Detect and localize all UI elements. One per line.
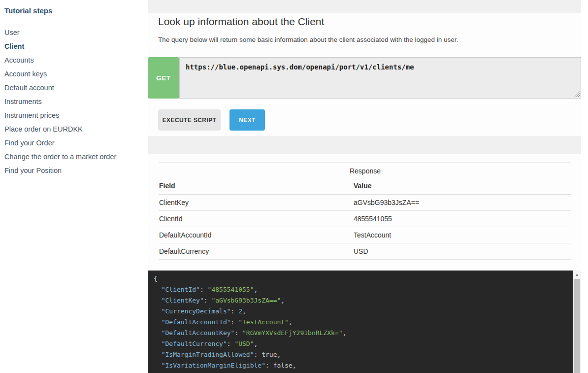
code-line: "ClientId": "4855541055", [154, 284, 573, 295]
response-section: Response Field Value ClientKeyaGVsbG93b3… [159, 162, 571, 260]
field-cell: ClientId [159, 211, 354, 227]
code-line: "IsMarginTradingAllowed": true, [154, 349, 573, 360]
sidebar-item-instruments[interactable]: Instruments [4, 98, 143, 105]
scrollbar-thumb[interactable] [574, 279, 580, 373]
value-cell: USD [354, 243, 571, 260]
field-cell: DefaultAccountId [159, 227, 354, 243]
field-column-header: Field [159, 178, 354, 195]
sidebar-item-client[interactable]: Client [4, 43, 143, 50]
page-title: Look up information about the Client [148, 13, 581, 29]
sidebar-item-user[interactable]: User [4, 29, 143, 36]
code-line: "ClientKey": "aGVsbG93b3JsZA==", [154, 295, 573, 306]
sidebar-item-accounts[interactable]: Accounts [4, 57, 143, 64]
sidebar-title: Tutorial steps [4, 6, 143, 15]
code-scrollbar[interactable]: ▲ [573, 271, 581, 373]
code-line: "DefaultAccountKey": "RGVmYXVsdEFjY291bn… [154, 328, 573, 339]
sidebar-item-find-your-position[interactable]: Find your Position [4, 167, 143, 174]
query-panel: Look up information about the Client The… [148, 13, 581, 136]
code-line: { [154, 273, 573, 284]
table-row: ClientId4855541055 [159, 211, 571, 227]
code-line: "DefaultCurrency": "USD", [154, 339, 573, 349]
sidebar-item-account-keys[interactable]: Account keys [4, 70, 143, 78]
sidebar-item-instrument-prices[interactable]: Instrument prices [4, 112, 143, 119]
field-cell: DefaultCurrency [159, 243, 354, 260]
code-line: "IsVariationMarginEligible": false, [154, 360, 573, 371]
table-header-row: Field Value [159, 178, 571, 195]
response-caption: Response [159, 167, 571, 175]
page-description: The query below will return some basic i… [148, 35, 581, 44]
http-method-badge: GET [148, 57, 179, 99]
next-button[interactable]: NEXT [229, 109, 265, 131]
field-cell: ClientKey [159, 195, 354, 211]
value-cell: aGVsbG93b3JsZA== [354, 195, 571, 211]
response-table-body: ClientKeyaGVsbG93b3JsZA==ClientId4855541… [159, 195, 571, 260]
sidebar-item-change-the-order-to-a-market-order[interactable]: Change the order to a market order [4, 153, 143, 161]
response-table: Field Value ClientKeyaGVsbG93b3JsZA==Cli… [159, 178, 571, 260]
value-cell: TestAccount [354, 227, 571, 243]
sidebar-nav: UserClientAccountsAccount keysDefault ac… [4, 29, 143, 174]
response-panel: Response Field Value ClientKeyaGVsbG93b3… [148, 154, 581, 373]
request-row: GET https://blue.openapi.sys.dom/openapi… [148, 57, 581, 99]
code-line: "LegalAssetTypes": [ [154, 371, 573, 373]
table-row: ClientKeyaGVsbG93b3JsZA== [159, 195, 571, 211]
sidebar-item-default-account[interactable]: Default account [4, 84, 143, 92]
button-row: EXECUTE SCRIPT NEXT [148, 109, 581, 131]
table-row: DefaultAccountIdTestAccount [159, 227, 571, 243]
main-content: Look up information about the Client The… [148, 0, 581, 373]
value-column-header: Value [354, 178, 571, 195]
table-row: DefaultCurrencyUSD [159, 243, 571, 260]
sidebar-item-place-order-on-eurdkk[interactable]: Place order on EURDKK [4, 126, 143, 133]
code-line: "CurrencyDecimals": 2, [154, 306, 573, 317]
sidebar: Tutorial steps UserClientAccountsAccount… [0, 0, 148, 373]
value-cell: 4855541055 [354, 211, 571, 227]
code-line: "DefaultAccountId": "TestAccount", [154, 317, 573, 328]
resize-grip[interactable] [574, 91, 580, 97]
scroll-up-icon[interactable]: ▲ [573, 271, 581, 278]
json-response-block: { "ClientId": "4855541055", "ClientKey":… [148, 271, 581, 373]
sidebar-item-find-your-order[interactable]: Find your Order [4, 139, 143, 147]
json-code: { "ClientId": "4855541055", "ClientKey":… [148, 271, 573, 373]
execute-script-button[interactable]: EXECUTE SCRIPT [158, 109, 221, 131]
request-url-input[interactable]: https://blue.openapi.sys.dom/openapi/por… [179, 57, 581, 99]
